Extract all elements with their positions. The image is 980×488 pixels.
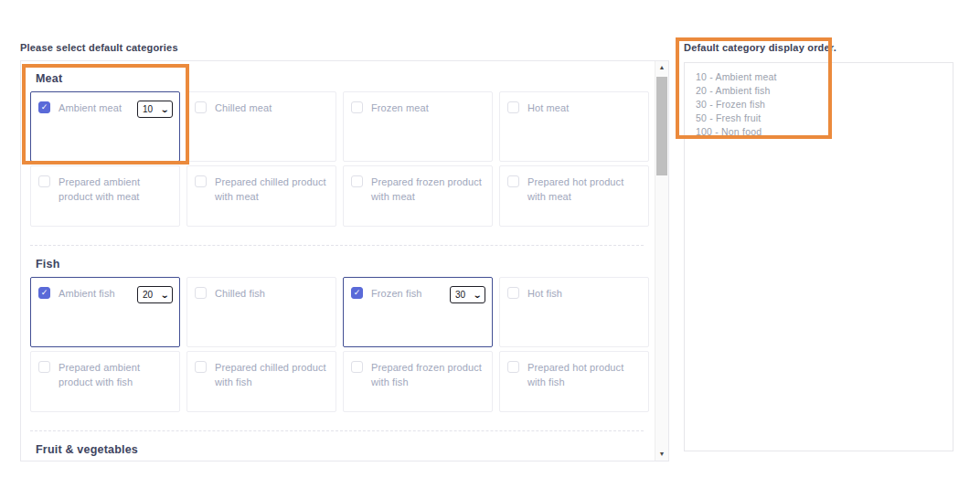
checkbox-prepared-frozen-fish[interactable]: ✓ bbox=[351, 361, 363, 373]
scroll-down-arrow-icon[interactable]: ▼ bbox=[655, 448, 668, 461]
checkbox-hot-fish[interactable]: ✓ bbox=[507, 287, 519, 299]
checkbox-prepared-chilled-fish[interactable]: ✓ bbox=[195, 361, 207, 373]
checkbox-prepared-frozen-meat[interactable]: ✓ bbox=[351, 175, 363, 187]
category-label: Prepared ambient product with meat bbox=[59, 175, 173, 205]
category-label: Hot fish bbox=[527, 286, 562, 302]
checkbox-ambient-fish[interactable]: ✓ bbox=[38, 287, 50, 299]
category-card-prepared-hot-fish: ✓ Prepared hot product with fish bbox=[499, 351, 649, 412]
order-list-item: 50 - Fresh fruit bbox=[696, 111, 942, 125]
left-panel-title: Please select default categories bbox=[20, 42, 178, 53]
checkbox-prepared-ambient-fish[interactable]: ✓ bbox=[38, 361, 50, 373]
category-label: Prepared ambient product with fish bbox=[59, 360, 173, 390]
checkbox-frozen-meat[interactable]: ✓ bbox=[351, 101, 363, 113]
right-panel-title: Default category display order. bbox=[684, 42, 836, 53]
category-card-prepared-ambient-fish: ✓ Prepared ambient product with fish bbox=[30, 351, 180, 412]
scroll-up-arrow-icon[interactable]: ▲ bbox=[655, 61, 668, 74]
checkbox-prepared-hot-fish[interactable]: ✓ bbox=[507, 361, 519, 373]
category-label: Prepared hot product with meat bbox=[527, 175, 642, 205]
order-list-item: 10 - Ambient meat bbox=[696, 70, 942, 84]
category-card-prepared-hot-meat: ✓ Prepared hot product with meat bbox=[499, 165, 649, 227]
checkbox-prepared-ambient-meat[interactable]: ✓ bbox=[38, 175, 50, 187]
section-title-fruit-vegetables: Fruit & vegetables bbox=[36, 443, 649, 456]
order-value: 20 bbox=[143, 290, 153, 300]
category-card-ambient-meat: ✓ Ambient meat 10⌄ bbox=[30, 91, 180, 162]
category-card-chilled-meat: ✓ Chilled meat bbox=[186, 91, 336, 162]
chevron-down-icon: ⌄ bbox=[472, 291, 482, 300]
category-label: Prepared hot product with fish bbox=[527, 360, 642, 390]
category-scroll-content: Meat ✓ Ambient meat 10⌄ ✓ Chilled meat ✓… bbox=[21, 61, 655, 461]
fish-cards-grid: ✓ Ambient fish 20⌄ ✓ Chilled fish ✓ Froz… bbox=[30, 277, 649, 412]
chevron-down-icon: ⌄ bbox=[159, 105, 169, 114]
section-divider bbox=[30, 245, 644, 246]
order-select-ambient-fish[interactable]: 20⌄ bbox=[137, 286, 173, 303]
section-title-fish: Fish bbox=[36, 258, 649, 271]
section-divider bbox=[30, 430, 644, 431]
checkbox-chilled-meat[interactable]: ✓ bbox=[195, 101, 207, 113]
order-list-item: 30 - Frozen fish bbox=[696, 98, 942, 111]
check-icon: ✓ bbox=[41, 103, 48, 111]
check-icon: ✓ bbox=[41, 289, 48, 297]
section-title-meat: Meat bbox=[36, 72, 649, 85]
order-list-item: 100 - Non food bbox=[696, 125, 942, 139]
category-card-chilled-fish: ✓ Chilled fish bbox=[186, 277, 336, 347]
order-list-item: 20 - Ambient fish bbox=[696, 84, 942, 98]
check-icon: ✓ bbox=[354, 289, 361, 297]
category-selection-panel: Meat ✓ Ambient meat 10⌄ ✓ Chilled meat ✓… bbox=[20, 60, 669, 461]
category-label: Ambient meat bbox=[59, 101, 122, 116]
category-label: Frozen meat bbox=[371, 101, 429, 116]
category-card-prepared-frozen-fish: ✓ Prepared frozen product with fish bbox=[343, 351, 493, 412]
order-value: 10 bbox=[143, 104, 153, 114]
checkbox-hot-meat[interactable]: ✓ bbox=[507, 101, 519, 113]
category-card-hot-fish: ✓ Hot fish bbox=[499, 277, 649, 347]
order-value: 30 bbox=[455, 290, 465, 300]
chevron-down-icon: ⌄ bbox=[159, 291, 169, 300]
checkbox-prepared-chilled-meat[interactable]: ✓ bbox=[195, 175, 207, 187]
category-card-frozen-meat: ✓ Frozen meat bbox=[343, 91, 493, 162]
checkbox-ambient-meat[interactable]: ✓ bbox=[38, 101, 50, 113]
category-card-hot-meat: ✓ Hot meat bbox=[499, 91, 649, 162]
category-label: Ambient fish bbox=[59, 286, 115, 302]
category-label: Prepared frozen product with meat bbox=[371, 175, 485, 205]
category-card-prepared-frozen-meat: ✓ Prepared frozen product with meat bbox=[343, 165, 493, 227]
category-label: Prepared chilled product with fish bbox=[215, 360, 329, 390]
category-card-prepared-chilled-fish: ✓ Prepared chilled product with fish bbox=[186, 351, 336, 412]
category-card-prepared-chilled-meat: ✓ Prepared chilled product with meat bbox=[186, 165, 336, 227]
scrollbar-thumb[interactable] bbox=[656, 77, 667, 175]
display-order-panel: 10 - Ambient meat 20 - Ambient fish 30 -… bbox=[684, 62, 953, 451]
checkbox-prepared-hot-meat[interactable]: ✓ bbox=[507, 175, 519, 187]
category-card-frozen-fish: ✓ Frozen fish 30⌄ bbox=[343, 277, 493, 347]
order-select-ambient-meat[interactable]: 10⌄ bbox=[137, 101, 173, 118]
order-list: 10 - Ambient meat 20 - Ambient fish 30 -… bbox=[685, 63, 953, 146]
order-select-frozen-fish[interactable]: 30⌄ bbox=[450, 286, 485, 303]
category-label: Hot meat bbox=[527, 101, 569, 116]
meat-cards-grid: ✓ Ambient meat 10⌄ ✓ Chilled meat ✓ Froz… bbox=[30, 91, 649, 227]
category-label: Frozen fish bbox=[371, 286, 422, 302]
checkbox-frozen-fish[interactable]: ✓ bbox=[351, 287, 363, 299]
category-label: Chilled meat bbox=[215, 101, 272, 116]
category-card-prepared-ambient-meat: ✓ Prepared ambient product with meat bbox=[30, 165, 180, 227]
checkbox-chilled-fish[interactable]: ✓ bbox=[195, 287, 207, 299]
vertical-scrollbar[interactable]: ▲ ▼ bbox=[655, 61, 668, 461]
category-label: Prepared frozen product with fish bbox=[371, 360, 485, 390]
category-card-ambient-fish: ✓ Ambient fish 20⌄ bbox=[30, 277, 180, 347]
category-label: Prepared chilled product with meat bbox=[215, 175, 329, 205]
category-label: Chilled fish bbox=[215, 286, 265, 302]
